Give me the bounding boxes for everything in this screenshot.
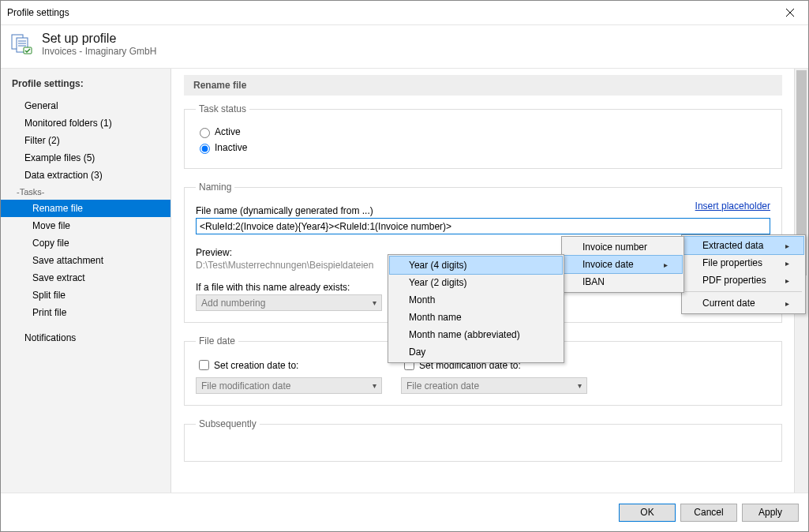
menu-l2-iban[interactable]: IBAN	[564, 273, 682, 290]
dialog-window: Profile settings Set up profile Invoices…	[0, 0, 809, 532]
filename-input[interactable]	[196, 218, 770, 234]
menu-l1-extracted-data[interactable]: Extracted data ▸	[683, 236, 804, 255]
sidebar-task-save-extract[interactable]: Save extract	[1, 269, 170, 287]
window-title: Profile settings	[7, 7, 69, 18]
creation-date-checkbox[interactable]	[199, 360, 209, 370]
exists-select-value: Add numbering	[201, 298, 265, 309]
creation-date-checkbox-row[interactable]: Set creation date to:	[196, 358, 382, 373]
sidebar: Profile settings: General Monitored fold…	[1, 69, 171, 493]
modification-date-select-value: File creation date	[406, 380, 479, 392]
radio-active[interactable]: Active	[196, 126, 770, 138]
sidebar-tasks-header: -Tasks-	[1, 184, 170, 200]
file-date-legend: File date	[196, 335, 238, 347]
menu-l3-item-label: Month	[409, 294, 435, 305]
titlebar: Profile settings	[1, 1, 808, 25]
menu-l1-current-date[interactable]: Current date ▸	[684, 294, 803, 312]
creation-date-select-value: File modification date	[201, 380, 290, 392]
menu-separator	[685, 291, 802, 292]
filename-label: File name (dynamically generated from ..…	[196, 205, 770, 216]
header-text: Set up profile Invoices - Imaginary GmbH	[42, 32, 156, 57]
close-icon	[786, 9, 794, 17]
subsequently-group: Subsequently	[184, 418, 782, 462]
apply-button[interactable]: Apply	[742, 504, 799, 522]
submenu-arrow-icon: ▸	[664, 260, 668, 269]
creation-date-label: Set creation date to:	[214, 360, 298, 371]
menu-l2-item-label: IBAN	[582, 276, 605, 287]
radio-inactive-label: Inactive	[215, 142, 247, 153]
menu-l3-month-name-abbr[interactable]: Month name (abbreviated)	[390, 326, 562, 343]
sidebar-item-notifications[interactable]: Notifications	[1, 329, 170, 347]
dialog-footer: OK Cancel Apply	[1, 493, 808, 531]
sidebar-item-example-files[interactable]: Example files (5)	[1, 149, 170, 167]
sidebar-item-filter[interactable]: Filter (2)	[1, 132, 170, 149]
chevron-down-icon: ▾	[578, 381, 582, 390]
radio-active-input[interactable]	[200, 128, 210, 138]
sidebar-item-monitored-folders[interactable]: Monitored folders (1)	[1, 114, 170, 132]
menu-l3-item-label: Year (4 digits)	[409, 260, 467, 271]
modification-date-select[interactable]: File creation date ▾	[401, 377, 587, 394]
menu-l3-year2[interactable]: Year (2 digits)	[390, 274, 562, 291]
close-button[interactable]	[772, 1, 808, 24]
submenu-arrow-icon: ▸	[785, 242, 789, 250]
creation-date-select[interactable]: File modification date ▾	[196, 377, 382, 394]
menu-l3-item-label: Month name (abbreviated)	[409, 329, 520, 340]
chevron-down-icon: ▾	[373, 298, 376, 307]
menu-l2-item-label: Invoice date	[582, 259, 634, 270]
menu-l2-invoice-date[interactable]: Invoice date ▸	[563, 255, 683, 274]
menu-l2-invoice-number[interactable]: Invoice number	[564, 238, 682, 256]
sidebar-heading: Profile settings:	[1, 75, 170, 97]
chevron-down-icon: ▾	[373, 381, 376, 390]
profile-icon	[10, 32, 36, 57]
submenu-arrow-icon: ▸	[785, 299, 789, 308]
menu-l3-item-label: Month name	[409, 312, 462, 323]
menu-l3-item-label: Day	[409, 347, 425, 358]
menu-l1-item-label: Extracted data	[702, 240, 763, 251]
header-title: Set up profile	[42, 32, 156, 46]
cancel-button[interactable]: Cancel	[680, 504, 737, 522]
sidebar-task-save-attachment[interactable]: Save attachment	[1, 252, 170, 269]
subsequently-legend: Subsequently	[196, 418, 260, 429]
naming-legend: Naming	[196, 182, 234, 193]
sidebar-task-split-file[interactable]: Split file	[1, 287, 170, 304]
submenu-arrow-icon: ▸	[785, 276, 789, 285]
radio-active-label: Active	[215, 126, 241, 137]
sidebar-task-copy-file[interactable]: Copy file	[1, 234, 170, 252]
submenu-arrow-icon: ▸	[785, 259, 789, 268]
task-status-group: Task status Active Inactive	[184, 103, 782, 169]
sidebar-task-rename-file[interactable]: Rename file	[1, 200, 170, 217]
menu-l1-item-label: File properties	[702, 257, 762, 268]
menu-l1-item-label: PDF properties	[702, 275, 766, 286]
menu-l1-pdf-properties[interactable]: PDF properties ▸	[684, 272, 803, 289]
ok-button[interactable]: OK	[619, 504, 676, 522]
menu-l3-month[interactable]: Month	[390, 291, 562, 309]
menu-l2-item-label: Invoice number	[582, 242, 647, 253]
menu-l3-day[interactable]: Day	[390, 343, 562, 361]
menu-l1-file-properties[interactable]: File properties ▸	[684, 254, 803, 272]
sidebar-task-move-file[interactable]: Move file	[1, 217, 170, 234]
placeholder-menu-l3[interactable]: Year (4 digits) Year (2 digits) Month Mo…	[388, 254, 564, 363]
insert-placeholder-link[interactable]: Insert placeholder	[695, 200, 770, 212]
sidebar-task-print-file[interactable]: Print file	[1, 304, 170, 321]
menu-l3-month-name[interactable]: Month name	[390, 309, 562, 326]
panel-title: Rename file	[184, 75, 782, 96]
task-status-legend: Task status	[196, 103, 249, 114]
placeholder-menu-l2[interactable]: Invoice number Invoice date ▸ IBAN	[561, 236, 684, 293]
placeholder-menu-l1[interactable]: Extracted data ▸ File properties ▸ PDF p…	[681, 234, 806, 314]
radio-inactive[interactable]: Inactive	[196, 141, 770, 154]
menu-l1-item-label: Current date	[702, 298, 755, 309]
radio-inactive-input[interactable]	[200, 144, 210, 154]
header: Set up profile Invoices - Imaginary GmbH	[1, 25, 808, 69]
menu-l3-year4[interactable]: Year (4 digits)	[389, 256, 563, 275]
sidebar-item-general[interactable]: General	[1, 97, 170, 114]
sidebar-item-data-extraction[interactable]: Data extraction (3)	[1, 167, 170, 184]
exists-select[interactable]: Add numbering ▾	[196, 294, 382, 311]
menu-l3-item-label: Year (2 digits)	[409, 277, 467, 288]
header-subtitle: Invoices - Imaginary GmbH	[42, 46, 156, 57]
